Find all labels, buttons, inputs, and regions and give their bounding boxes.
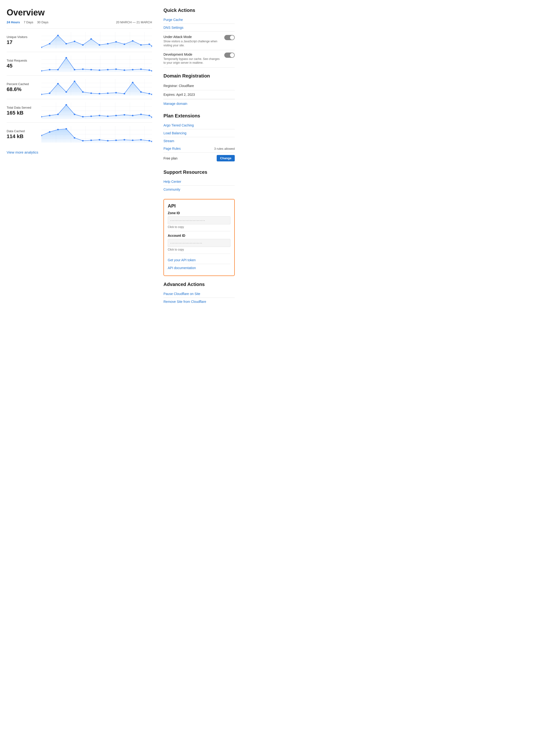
pause-cloudflare-link[interactable]: Pause Cloudflare on Site [163,290,235,298]
load-balancing-link[interactable]: Load Balancing [163,129,235,137]
under-attack-toggle-row: Under Attack Mode Show visitors a JavaSc… [163,33,235,50]
metric-label-group: Unique Visitors 17 [7,35,38,45]
svg-point-64 [49,93,51,94]
svg-point-38 [49,69,51,70]
svg-point-117 [57,129,59,130]
under-attack-text: Under Attack Mode Show visitors a JavaSc… [163,35,221,47]
svg-point-72 [115,92,117,93]
dns-settings-link[interactable]: DNS Settings [163,24,235,32]
metric-value: 17 [7,39,38,45]
svg-point-73 [123,93,125,94]
plan-label: Free plan [163,156,178,160]
registrar-info: Registrar: Cloudflare [163,81,235,90]
svg-point-69 [90,93,92,94]
svg-point-12 [49,43,51,44]
metric-value: 68.6% [7,86,38,93]
svg-point-49 [140,69,142,70]
purge-cache-link[interactable]: Purge Cache [163,16,235,24]
svg-marker-88 [41,105,152,119]
view-more-analytics-link[interactable]: View more analytics [7,150,38,154]
metric-label: Total Requests [7,59,38,62]
svg-point-71 [107,93,108,94]
svg-point-21 [123,43,125,45]
zone-id-input[interactable] [168,216,231,225]
svg-point-97 [107,116,108,117]
svg-point-120 [82,140,84,141]
svg-point-18 [99,44,100,46]
left-column: Overview 24 Hours 7 Days 30 Days 20 MARC… [7,7,152,311]
svg-point-13 [57,35,59,36]
svg-point-70 [99,93,100,94]
support-resources-section: Support Resources Help Center Community [163,170,235,193]
remove-site-link[interactable]: Remove Site from Cloudflare [163,298,235,306]
right-column: Quick Actions Purge Cache DNS Settings U… [163,7,235,311]
svg-point-118 [65,128,67,130]
metric-label-group: Data Cached 114 kB [7,129,38,139]
argo-tiered-caching-link[interactable]: Argo Tiered Caching [163,121,235,129]
page-rules-link[interactable]: Page Rules [163,145,181,152]
svg-point-75 [140,91,142,93]
svg-point-99 [123,114,125,116]
time-filter-24h[interactable]: 24 Hours [7,20,20,24]
get-api-token-link[interactable]: Get your API token [168,256,231,264]
zone-id-copy[interactable]: Click to copy [168,225,231,229]
svg-point-22 [132,40,134,42]
svg-point-102 [148,115,150,116]
api-divider-1 [168,231,231,231]
domain-registration-section: Domain Registration Registrar: Cloudflar… [163,73,235,108]
page-rules-row: Page Rules 3 rules allowed [163,145,235,153]
svg-point-119 [74,137,75,139]
svg-point-126 [132,139,134,141]
metric-row-data-served: Total Data Served 165 kB [7,99,152,122]
api-section: API Zone ID Click to copy Account ID Cli… [163,199,235,276]
dev-mode-desc: Temporarily bypass our cache. See change… [163,57,221,65]
metric-label: Unique Visitors [7,35,38,39]
time-filter-30d[interactable]: 30 Days [37,20,48,24]
page-title: Overview [7,7,152,18]
svg-point-43 [90,69,92,70]
account-id-input[interactable] [168,239,231,247]
rules-allowed-badge: 3 rules allowed [214,147,235,151]
svg-point-39 [57,69,59,70]
svg-point-100 [132,115,134,116]
dev-mode-toggle[interactable]: ✕ [224,53,235,58]
svg-point-98 [115,115,117,116]
metric-row-requests: Total Requests 45 [7,52,152,75]
account-id-copy[interactable]: Click to copy [168,248,231,251]
chart-visitors [41,32,152,49]
quick-actions-section: Quick Actions Purge Cache DNS Settings U… [163,7,235,67]
change-plan-button[interactable]: Change [217,155,235,161]
under-attack-desc: Show visitors a JavaScript challenge whe… [163,39,221,47]
time-filter-7d[interactable]: 7 Days [24,20,33,24]
metric-value: 45 [7,63,38,69]
metric-label-group: Total Data Served 165 kB [7,106,38,116]
api-documentation-link[interactable]: API documentation [168,264,231,272]
svg-point-68 [82,91,84,93]
svg-point-67 [74,81,75,82]
under-attack-toggle[interactable]: ✕ [224,35,235,40]
svg-point-127 [140,139,142,140]
dev-mode-text: Development Mode Temporarily bypass our … [163,53,221,65]
svg-point-19 [107,43,108,44]
expires-info: Expires: April 2, 2023 [163,90,235,99]
metric-label-group: Percent Cached 68.6% [7,82,38,93]
svg-point-76 [148,93,150,94]
help-center-link[interactable]: Help Center [163,178,235,186]
community-link[interactable]: Community [163,186,235,193]
domain-registration-title: Domain Registration [163,73,235,79]
svg-point-96 [99,115,100,116]
dev-mode-label: Development Mode [163,53,221,56]
svg-point-91 [57,114,59,115]
metric-row-visitors: Unique Visitors 17 [7,28,152,52]
svg-point-92 [65,104,67,105]
stream-link[interactable]: Stream [163,137,235,145]
manage-domain-link[interactable]: Manage domain [163,99,235,108]
metric-label: Data Cached [7,129,38,133]
toggle-x-icon: ✕ [232,54,233,56]
svg-point-48 [132,69,134,70]
svg-point-50 [148,70,150,71]
svg-point-46 [115,69,117,70]
svg-point-24 [148,43,150,45]
plan-extensions-section: Plan Extensions Argo Tiered Caching Load… [163,113,235,164]
metric-row-cached-pct: Percent Cached 68.6% [7,75,152,99]
